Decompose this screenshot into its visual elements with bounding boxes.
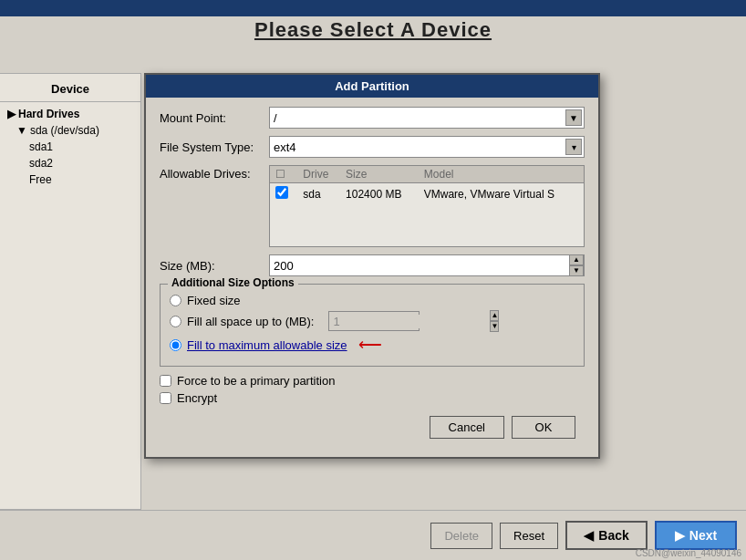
size-label: Size (MB): [160, 259, 269, 273]
cancel-button[interactable]: Cancel [430, 416, 504, 439]
fixed-size-row: Fixed size [170, 294, 575, 307]
fill-upto-label[interactable]: Fill all space up to (MB): [187, 315, 314, 328]
add-partition-dialog: Add Partition Mount Point: / ▼ File Syst… [144, 73, 600, 459]
back-label: Back [598, 528, 628, 543]
force-primary-label[interactable]: Force to be a primary partition [177, 374, 335, 388]
size-input-container: ▲ ▼ [269, 254, 585, 276]
size-input[interactable] [270, 259, 569, 273]
dialog-buttons: Cancel OK [160, 409, 585, 448]
fill-upto-input[interactable] [329, 315, 490, 328]
col-check: ☐ [270, 166, 297, 183]
drive-checkbox[interactable] [275, 186, 288, 199]
chevron-down-icon: ▼ [16, 124, 27, 137]
size-decrement[interactable]: ▼ [569, 265, 584, 276]
drives-table: ☐ Drive Size Model sda 102400 MB [270, 166, 584, 204]
force-primary-row: Force to be a primary partition [160, 374, 585, 388]
dialog-title: Add Partition [146, 75, 598, 98]
filesystem-row: File System Type: ext4 ▾ [160, 136, 585, 158]
fill-upto-radio[interactable] [170, 316, 181, 327]
fill-upto-input-container: ▲ ▼ [328, 311, 420, 331]
reset-button[interactable]: Reset [500, 523, 558, 549]
next-label: Next [689, 528, 717, 543]
dialog-body: Mount Point: / ▼ File System Type: ext4 … [146, 98, 598, 457]
fill-max-radio[interactable] [170, 339, 181, 351]
back-button[interactable]: ◀ Back [565, 521, 648, 550]
filesystem-label: File System Type: [160, 140, 269, 154]
sidebar-item-sda[interactable]: ▼ sda (/dev/sda) [0, 122, 140, 139]
next-icon: ▶ [675, 528, 685, 543]
drives-table-container: ☐ Drive Size Model sda 102400 MB [269, 165, 585, 247]
sidebar-header: Device [0, 78, 140, 102]
mount-point-row: Mount Point: / ▼ [160, 107, 585, 129]
size-increment[interactable]: ▲ [569, 254, 584, 265]
fixed-size-label[interactable]: Fixed size [187, 294, 241, 307]
mount-point-select[interactable]: / ▼ [269, 107, 585, 129]
drive-name: sda [297, 183, 340, 205]
delete-button[interactable]: Delete [430, 523, 492, 549]
drive-checkbox-cell[interactable] [270, 183, 297, 205]
fill-upto-spinner: ▲ ▼ [490, 310, 499, 332]
filesystem-select[interactable]: ext4 ▾ [269, 136, 585, 158]
filesystem-dropdown[interactable]: ext4 [274, 140, 580, 154]
drive-model: VMware, VMware Virtual S [419, 183, 584, 205]
drive-size: 102400 MB [340, 183, 419, 205]
filesystem-arrow[interactable]: ▾ [565, 139, 582, 155]
encrypt-label[interactable]: Encrypt [177, 391, 217, 405]
fixed-size-radio[interactable] [170, 295, 181, 306]
ok-button[interactable]: OK [512, 416, 575, 439]
drives-label: Allowable Drives: [160, 165, 269, 247]
force-primary-checkbox[interactable] [160, 375, 171, 387]
top-bar [0, 0, 746, 16]
size-row: Size (MB): ▲ ▼ [160, 254, 585, 276]
sidebar-item-sda1[interactable]: sda1 [0, 139, 140, 155]
fill-upto-row: Fill all space up to (MB): ▲ ▼ [170, 311, 575, 331]
sidebar-item-hard-drives[interactable]: ▶ Hard Drives [0, 106, 140, 122]
next-button[interactable]: ▶ Next [655, 521, 737, 550]
drives-section: Allowable Drives: ☐ Drive Size Model [160, 165, 585, 247]
bottom-nav-bar: Delete Reset ◀ Back ▶ Next [0, 510, 746, 560]
col-drive: Drive [297, 166, 340, 183]
col-size: Size [340, 166, 419, 183]
chevron-right-icon: ▶ [7, 108, 16, 120]
encrypt-row: Encrypt [160, 391, 585, 405]
fill-max-label[interactable]: Fill to maximum allowable size [187, 338, 347, 352]
fill-upto-decrement[interactable]: ▼ [490, 321, 499, 332]
sidebar: Device ▶ Hard Drives ▼ sda (/dev/sda) sd… [0, 73, 141, 510]
options-group-legend: Additional Size Options [168, 276, 298, 289]
sidebar-item-free[interactable]: Free [0, 171, 140, 188]
fill-upto-increment[interactable]: ▲ [490, 310, 499, 321]
sidebar-item-sda2[interactable]: sda2 [0, 155, 140, 171]
mount-point-label: Mount Point: [160, 111, 269, 125]
drive-row: sda 102400 MB VMware, VMware Virtual S [270, 183, 584, 205]
encrypt-checkbox[interactable] [160, 392, 171, 404]
watermark: CSDN@weixin_44090146 [636, 548, 741, 558]
size-spinner: ▲ ▼ [569, 254, 584, 276]
arrow-annotation: ⟵ [358, 335, 382, 355]
mount-point-dropdown[interactable]: / [274, 111, 580, 125]
col-model: Model [419, 166, 584, 183]
additional-size-options-group: Additional Size Options Fixed size Fill … [160, 284, 585, 367]
fill-max-row: Fill to maximum allowable size ⟵ [170, 335, 575, 355]
mount-point-arrow[interactable]: ▼ [565, 109, 582, 126]
back-icon: ◀ [584, 528, 594, 543]
